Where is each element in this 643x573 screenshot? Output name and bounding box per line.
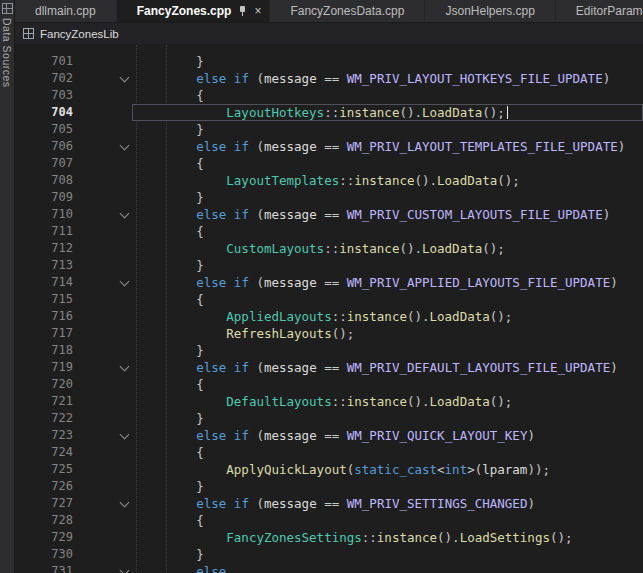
fold-column[interactable]: [116, 495, 132, 512]
glyph-margin[interactable]: [73, 529, 116, 546]
line-number[interactable]: 704: [15, 104, 73, 121]
code-line[interactable]: 715 {: [15, 291, 643, 308]
code-text[interactable]: AppliedLayouts::instance().LoadData();: [132, 308, 643, 325]
glyph-margin[interactable]: [73, 410, 116, 427]
glyph-margin[interactable]: [73, 359, 116, 376]
code-text[interactable]: }: [132, 189, 643, 206]
line-number[interactable]: 727: [15, 495, 73, 512]
code-text[interactable]: {: [132, 512, 643, 529]
code-text[interactable]: }: [132, 121, 643, 138]
code-text[interactable]: }: [132, 410, 643, 427]
code-text[interactable]: else if (message == WM_PRIV_LAYOUT_HOTKE…: [132, 70, 643, 87]
glyph-margin[interactable]: [73, 104, 116, 121]
glyph-margin[interactable]: [73, 393, 116, 410]
code-text[interactable]: {: [132, 291, 643, 308]
code-line[interactable]: 704 LayoutHotkeys::instance().LoadData()…: [15, 104, 643, 121]
editor-tab[interactable]: FancyZones.cpp×: [117, 0, 270, 22]
glyph-margin[interactable]: [73, 257, 116, 274]
code-text[interactable]: ApplyQuickLayout(static_cast<int>(lparam…: [132, 461, 643, 478]
line-number[interactable]: 701: [15, 53, 73, 70]
code-line[interactable]: 719 else if (message == WM_PRIV_DEFAULT_…: [15, 359, 643, 376]
glyph-margin[interactable]: [73, 495, 116, 512]
glyph-margin[interactable]: [73, 444, 116, 461]
code-line[interactable]: 729 FancyZonesSettings::instance().LoadS…: [15, 529, 643, 546]
chevron-down-icon[interactable]: [119, 140, 129, 150]
glyph-margin[interactable]: [73, 70, 116, 87]
code-text[interactable]: }: [132, 53, 643, 70]
line-number[interactable]: 728: [15, 512, 73, 529]
code-line[interactable]: 718 }: [15, 342, 643, 359]
code-line[interactable]: 713 }: [15, 257, 643, 274]
code-text[interactable]: CustomLayouts::instance().LoadData();: [132, 240, 643, 257]
code-line[interactable]: 702 else if (message == WM_PRIV_LAYOUT_H…: [15, 70, 643, 87]
code-line[interactable]: 725 ApplyQuickLayout(static_cast<int>(lp…: [15, 461, 643, 478]
chevron-down-icon[interactable]: [119, 72, 129, 82]
code-line[interactable]: 709 }: [15, 189, 643, 206]
code-text[interactable]: {: [132, 223, 643, 240]
glyph-margin[interactable]: [73, 172, 116, 189]
fold-column[interactable]: [116, 427, 132, 444]
line-number[interactable]: 720: [15, 376, 73, 393]
code-text[interactable]: else if (message == WM_PRIV_LAYOUT_TEMPL…: [132, 138, 643, 155]
line-number[interactable]: 702: [15, 70, 73, 87]
glyph-margin[interactable]: [73, 376, 116, 393]
glyph-margin[interactable]: [73, 240, 116, 257]
code-text[interactable]: else if (message == WM_PRIV_DEFAULT_LAYO…: [132, 359, 643, 376]
code-text[interactable]: else if (message == WM_PRIV_APPLIED_LAYO…: [132, 274, 643, 291]
line-number[interactable]: 709: [15, 189, 73, 206]
code-text[interactable]: else if (message == WM_PRIV_SETTINGS_CHA…: [132, 495, 643, 512]
glyph-margin[interactable]: [73, 274, 116, 291]
line-number[interactable]: 724: [15, 444, 73, 461]
line-number[interactable]: 723: [15, 427, 73, 444]
line-number[interactable]: 716: [15, 308, 73, 325]
line-number[interactable]: 717: [15, 325, 73, 342]
fold-column[interactable]: [116, 70, 132, 87]
glyph-margin[interactable]: [73, 155, 116, 172]
autohide-tab-data-sources[interactable]: Data Sources: [0, 0, 15, 573]
line-number[interactable]: 721: [15, 393, 73, 410]
code-text[interactable]: RefreshLayouts();: [132, 325, 643, 342]
line-number[interactable]: 726: [15, 478, 73, 495]
glyph-margin[interactable]: [73, 308, 116, 325]
chevron-down-icon[interactable]: [119, 429, 129, 439]
glyph-margin[interactable]: [73, 87, 116, 104]
chevron-down-icon[interactable]: [119, 497, 129, 507]
code-text[interactable]: LayoutTemplates::instance().LoadData();: [132, 172, 643, 189]
glyph-margin[interactable]: [73, 563, 116, 573]
line-number[interactable]: 722: [15, 410, 73, 427]
pin-icon[interactable]: [238, 5, 248, 17]
line-number[interactable]: 719: [15, 359, 73, 376]
line-number[interactable]: 703: [15, 87, 73, 104]
line-number[interactable]: 729: [15, 529, 73, 546]
fold-column[interactable]: [116, 563, 132, 573]
glyph-margin[interactable]: [73, 121, 116, 138]
code-line[interactable]: 711 {: [15, 223, 643, 240]
editor-tab[interactable]: FancyZonesData.cpp: [270, 0, 424, 22]
code-line[interactable]: 722 }: [15, 410, 643, 427]
code-text[interactable]: else: [132, 563, 643, 573]
line-number[interactable]: 707: [15, 155, 73, 172]
line-number[interactable]: 714: [15, 274, 73, 291]
code-line[interactable]: 717 RefreshLayouts();: [15, 325, 643, 342]
fold-column[interactable]: [116, 274, 132, 291]
code-line[interactable]: 723 else if (message == WM_PRIV_QUICK_LA…: [15, 427, 643, 444]
glyph-margin[interactable]: [73, 342, 116, 359]
glyph-margin[interactable]: [73, 427, 116, 444]
code-line[interactable]: 707 {: [15, 155, 643, 172]
line-number[interactable]: 708: [15, 172, 73, 189]
editor-tab[interactable]: JsonHelpers.cpp: [425, 0, 554, 22]
line-number[interactable]: 711: [15, 223, 73, 240]
code-text[interactable]: {: [132, 87, 643, 104]
glyph-margin[interactable]: [73, 461, 116, 478]
code-text[interactable]: DefaultLayouts::instance().LoadData();: [132, 393, 643, 410]
close-icon[interactable]: ×: [254, 5, 261, 17]
glyph-margin[interactable]: [73, 189, 116, 206]
line-number[interactable]: 730: [15, 546, 73, 563]
code-text[interactable]: }: [132, 478, 643, 495]
code-text[interactable]: }: [132, 342, 643, 359]
line-number[interactable]: 710: [15, 206, 73, 223]
code-line[interactable]: 731 else: [15, 563, 643, 573]
line-number[interactable]: 725: [15, 461, 73, 478]
code-text[interactable]: }: [132, 257, 643, 274]
line-number[interactable]: 705: [15, 121, 73, 138]
